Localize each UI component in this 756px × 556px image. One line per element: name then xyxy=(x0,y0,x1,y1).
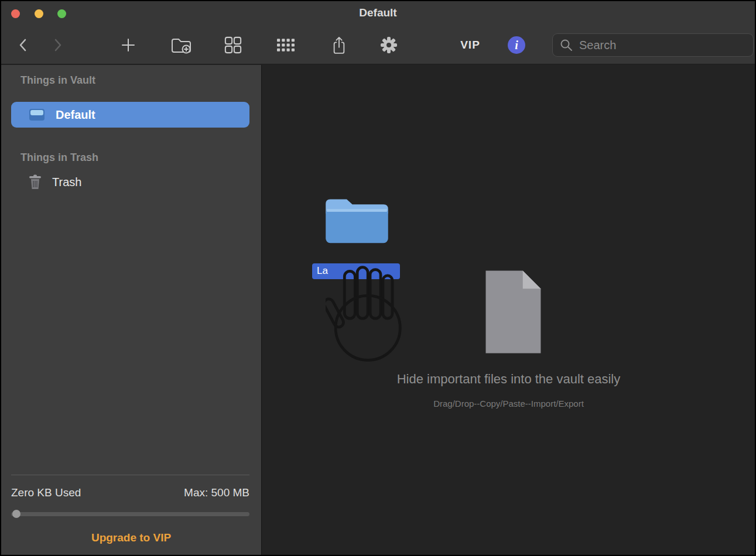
usage-row: Zero KB Used Max: 500 MB xyxy=(11,486,249,499)
sidebar-item-label: Trash xyxy=(52,176,81,189)
search-icon xyxy=(560,39,573,52)
trash-icon xyxy=(29,174,42,190)
sidebar-item-default[interactable]: Default xyxy=(11,102,249,128)
empty-state-headline: Hide important files into the vault easi… xyxy=(262,372,755,387)
add-button[interactable] xyxy=(121,38,135,52)
new-folder-icon xyxy=(170,36,191,54)
usage-max-text: Max: 500 MB xyxy=(184,486,249,499)
usage-progress-bar xyxy=(11,512,249,516)
vault-icon xyxy=(29,108,45,121)
vip-button[interactable]: VIP xyxy=(460,39,480,52)
vault-content-area: La Hide important files into the vault e… xyxy=(262,65,755,555)
sidebar-item-label: Default xyxy=(56,108,95,122)
document-icon xyxy=(479,268,546,356)
small-icon-view-button[interactable] xyxy=(277,39,295,52)
vault-section-header: Things in Vault xyxy=(20,74,95,87)
gear-icon xyxy=(380,36,398,54)
window-chrome: Default xyxy=(1,1,755,64)
folder-item[interactable] xyxy=(321,192,391,246)
chevron-left-icon xyxy=(19,38,27,52)
search-field[interactable] xyxy=(552,33,754,57)
upgrade-vip-link[interactable]: Upgrade to VIP xyxy=(1,531,261,545)
grab-hand-cursor-icon xyxy=(326,265,415,363)
share-icon xyxy=(331,36,347,54)
folder-icon xyxy=(321,192,391,246)
sidebar: Things in Vault Default Things in Trash … xyxy=(1,65,262,555)
chevron-right-icon xyxy=(54,38,62,52)
share-button[interactable] xyxy=(331,36,347,54)
icon-view-button[interactable] xyxy=(224,36,242,54)
forward-button[interactable] xyxy=(54,38,62,52)
app-window: Default xyxy=(0,0,756,556)
grid-view-icon xyxy=(224,36,242,54)
trash-section-header: Things in Trash xyxy=(20,152,98,164)
progress-knob xyxy=(12,510,20,518)
new-folder-button[interactable] xyxy=(170,36,191,54)
empty-state-subline: Drag/Drop--Copy/Paste--Import/Export xyxy=(262,399,755,409)
settings-button[interactable] xyxy=(380,36,398,54)
title-bar: Default xyxy=(1,1,755,26)
sidebar-item-trash[interactable]: Trash xyxy=(11,169,249,195)
window-title: Default xyxy=(1,6,755,19)
back-button[interactable] xyxy=(19,38,27,52)
toolbar: VIP i xyxy=(1,26,755,64)
plus-icon xyxy=(121,38,135,52)
usage-used-text: Zero KB Used xyxy=(11,486,81,499)
info-button[interactable]: i xyxy=(508,36,525,54)
search-input[interactable] xyxy=(578,38,746,53)
dense-grid-icon xyxy=(277,39,295,52)
sidebar-divider xyxy=(11,475,249,475)
